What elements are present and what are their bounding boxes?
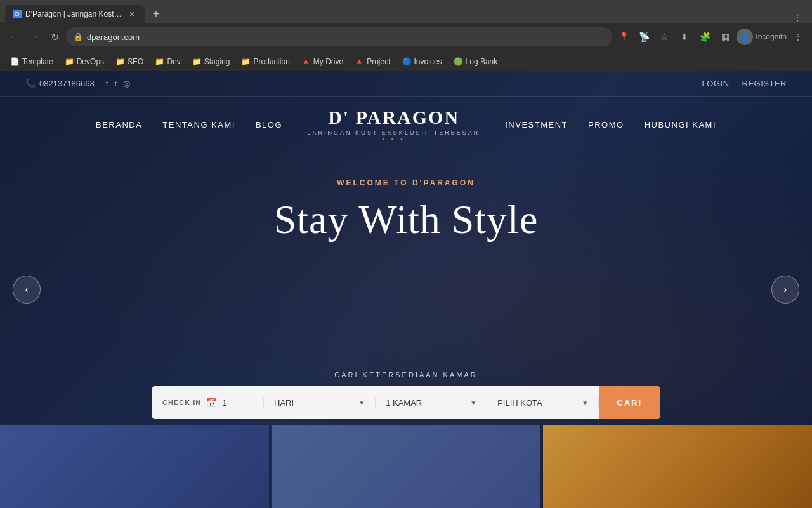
incognito-label: Incognito — [756, 32, 787, 41]
site-logo[interactable]: D' PARAGON JARINGAN KOST EKSKLUSIF TERBE… — [308, 107, 480, 143]
bookmark-dev[interactable]: 📁 Dev — [150, 55, 185, 68]
logo-text: D' PARAGON — [308, 107, 480, 128]
bottom-image-cards — [0, 425, 812, 508]
dev-icon: 📁 — [155, 57, 164, 66]
url-text: dparagon.com — [87, 32, 605, 42]
bookmark-star-icon[interactable]: ☆ — [655, 28, 673, 46]
template-icon: 📄 — [10, 57, 20, 66]
website-content: 📞 082137186663 f t ◎ LOGIN REGISTER BERA… — [0, 71, 812, 508]
nav-hubungi-kami[interactable]: HUBUNGI KAMI — [645, 120, 716, 130]
tab-title: D'Paragon | Jaringan Kost Eks... — [25, 10, 123, 18]
bookmark-log-bank[interactable]: 🟢 Log Bank — [449, 55, 503, 68]
browser-chrome: D D'Paragon | Jaringan Kost Eks... × + ⋮… — [0, 0, 812, 71]
devops-icon: 📁 — [65, 57, 74, 66]
location-icon[interactable]: 📍 — [615, 28, 632, 46]
nav-right-links: INVESTMENT PROMO HUBUNGI KAMI — [505, 120, 716, 130]
checkin-field[interactable]: CHECK IN 📅 — [152, 398, 264, 408]
bookmark-seo[interactable]: 📁 SEO — [110, 55, 148, 68]
bookmark-template[interactable]: 📄 Template — [5, 55, 58, 68]
auth-links: LOGIN REGISTER — [702, 79, 787, 88]
checkin-label: CHECK IN — [162, 399, 201, 406]
rooms-dropdown-icon: ▼ — [470, 399, 476, 406]
city-value: PILIH KOTA — [497, 398, 542, 408]
hero-content: WELCOME TO D'PARAGON Stay With Style — [0, 153, 812, 242]
security-icon: 🔒 — [74, 32, 83, 41]
bookmark-template-label: Template — [22, 57, 53, 66]
rooms-value: 1 KAMAR — [386, 398, 422, 408]
nav-blog[interactable]: BLOG — [256, 120, 282, 130]
city-dropdown-icon: ▼ — [582, 399, 588, 406]
invoices-icon: 🔵 — [402, 57, 412, 66]
new-tab-button[interactable]: + — [147, 5, 165, 23]
instagram-icon[interactable]: ◎ — [123, 79, 130, 88]
facebook-icon[interactable]: f — [106, 79, 108, 88]
nav-tentang-kami[interactable]: TENTANG KAMI — [162, 120, 235, 130]
phone-number: 082137186663 — [39, 79, 95, 88]
rooms-select[interactable]: 1 KAMAR ▼ — [376, 398, 487, 408]
search-section: CARI KETERSEDIAAN KAMAR CHECK IN 📅 HARI … — [152, 371, 660, 419]
download-icon[interactable]: ⬇ — [676, 28, 693, 46]
register-link[interactable]: REGISTER — [742, 79, 787, 88]
bookmark-invoices[interactable]: 🔵 Invoices — [397, 55, 447, 68]
reload-button[interactable]: ↻ — [46, 28, 63, 46]
bookmark-project-label: Project — [367, 57, 390, 66]
my-drive-icon: 🔺 — [301, 57, 311, 66]
back-button[interactable]: ← — [5, 28, 23, 46]
nav-promo[interactable]: PROMO — [588, 120, 624, 130]
logo-dots: • • • — [308, 136, 480, 143]
tab-bar: D D'Paragon | Jaringan Kost Eks... × + ⋮ — [0, 0, 812, 23]
tab-close-button[interactable]: × — [127, 9, 137, 19]
bookmark-my-drive[interactable]: 🔺 My Drive — [296, 55, 348, 68]
bookmark-dev-label: Dev — [167, 57, 180, 66]
duration-dropdown-icon: ▼ — [358, 399, 365, 406]
bookmark-my-drive-label: My Drive — [313, 57, 343, 66]
nav-beranda[interactable]: BERANDA — [96, 120, 142, 130]
bookmark-log-bank-label: Log Bank — [466, 57, 498, 66]
bottom-card-2 — [272, 425, 540, 508]
carousel-prev-button[interactable]: ‹ — [13, 276, 41, 304]
bookmark-production[interactable]: 📁 Production — [236, 55, 294, 68]
city-select[interactable]: PILIH KOTA ▼ — [487, 398, 599, 408]
address-bar[interactable]: 🔒 dparagon.com — [66, 27, 612, 46]
bookmark-staging[interactable]: 📁 Staging — [187, 55, 235, 68]
bookmark-production-label: Production — [253, 57, 289, 66]
main-nav: BERANDA TENTANG KAMI BLOG D' PARAGON JAR… — [0, 97, 812, 153]
cast-icon[interactable]: 📡 — [635, 28, 653, 46]
nav-left-links: BERANDA TENTANG KAMI BLOG — [96, 120, 282, 130]
phone-icon: 📞 — [25, 79, 36, 88]
search-button[interactable]: CARI — [599, 386, 660, 419]
hero-subtitle: WELCOME TO D'PARAGON — [25, 178, 787, 187]
search-bar: CHECK IN 📅 HARI ▼ 1 KAMAR ▼ PILIH KOTA ▼… — [152, 386, 660, 419]
nav-bar: ← → ↻ 🔒 dparagon.com 📍 📡 ☆ ⬇ 🧩 ▦ 👤 Incog… — [0, 23, 812, 51]
forward-button[interactable]: → — [25, 28, 43, 46]
twitter-icon[interactable]: t — [114, 79, 117, 88]
nav-investment[interactable]: INVESTMENT — [505, 120, 568, 130]
contact-info: 📞 082137186663 f t ◎ — [25, 79, 130, 88]
bookmarks-bar: 📄 Template 📁 DevOps 📁 SEO 📁 Dev 📁 Stagin… — [0, 51, 812, 71]
bookmark-invoices-label: Invoices — [414, 57, 442, 66]
bookmark-seo-label: SEO — [128, 57, 143, 66]
bookmark-project[interactable]: 🔺 Project — [350, 55, 395, 68]
duration-select[interactable]: HARI ▼ — [264, 398, 376, 408]
window-controls[interactable]: ⋮ — [793, 13, 807, 23]
logo-tagline: JARINGAN KOST EKSKLUSIF TERBESAR — [308, 130, 480, 136]
duration-value: HARI — [274, 398, 294, 408]
profile-button[interactable]: 👤 — [737, 29, 753, 45]
bookmark-devops-label: DevOps — [77, 57, 104, 66]
more-options-icon[interactable]: ⋮ — [789, 28, 807, 46]
production-icon: 📁 — [241, 57, 251, 66]
project-icon: 🔺 — [355, 57, 364, 66]
seo-icon: 📁 — [115, 57, 125, 66]
bookmark-devops[interactable]: 📁 DevOps — [60, 55, 109, 68]
sidebar-icon[interactable]: ▦ — [716, 28, 734, 46]
login-link[interactable]: LOGIN — [702, 79, 730, 88]
extensions-icon[interactable]: 🧩 — [696, 28, 714, 46]
social-icons: f t ◎ — [106, 79, 130, 88]
chevron-right-icon: › — [783, 284, 787, 295]
carousel-next-button[interactable]: › — [771, 276, 799, 304]
checkin-input[interactable] — [222, 398, 247, 408]
bookmark-staging-label: Staging — [204, 57, 230, 66]
calendar-icon: 📅 — [206, 398, 217, 408]
active-tab[interactable]: D D'Paragon | Jaringan Kost Eks... × — [5, 5, 145, 23]
hero-title: Stay With Style — [25, 197, 787, 242]
